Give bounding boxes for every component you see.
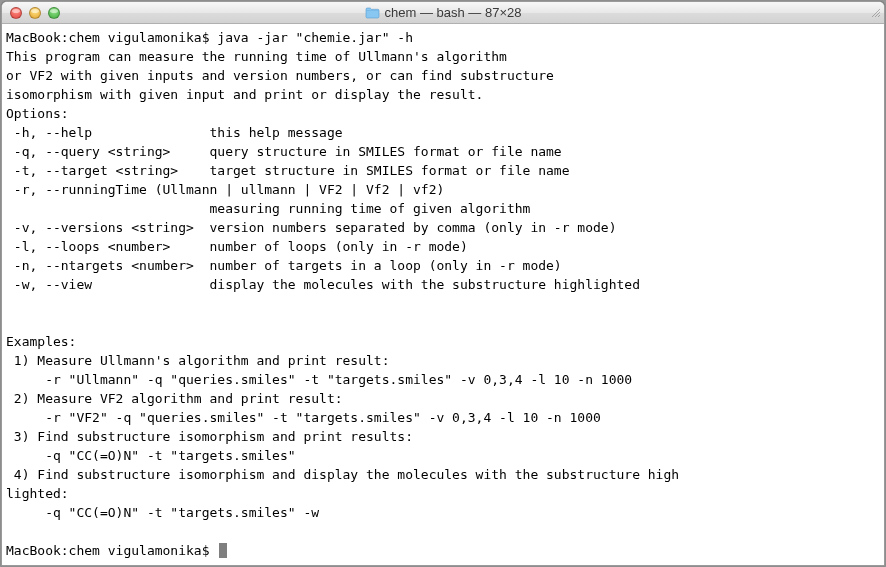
example-line: 4) Find substructure isomorphism and dis… bbox=[6, 465, 880, 484]
option-line: -n, --ntargets <number> number of target… bbox=[6, 256, 880, 275]
intro-line: or VF2 with given inputs and version num… bbox=[6, 66, 880, 85]
terminal-body[interactable]: MacBook:chem vigulamonika$ java -jar "ch… bbox=[2, 24, 884, 565]
resize-hint-icon bbox=[870, 2, 882, 23]
terminal-window: chem — bash — 87×28 MacBook:chem vigulam… bbox=[1, 1, 885, 566]
example-line: -q "CC(=O)N" -t "targets.smiles" -w bbox=[6, 503, 880, 522]
close-button[interactable] bbox=[10, 7, 22, 19]
option-line: -h, --help this help message bbox=[6, 123, 880, 142]
blank-line bbox=[6, 294, 880, 313]
example-line: 1) Measure Ullmann's algorithm and print… bbox=[6, 351, 880, 370]
options-header: Options: bbox=[6, 104, 880, 123]
folder-icon bbox=[365, 7, 380, 19]
option-line: -q, --query <string> query structure in … bbox=[6, 142, 880, 161]
example-line: 2) Measure VF2 algorithm and print resul… bbox=[6, 389, 880, 408]
minimize-button[interactable] bbox=[29, 7, 41, 19]
blank-line bbox=[6, 313, 880, 332]
window-controls bbox=[2, 7, 60, 19]
cursor bbox=[219, 543, 227, 558]
option-line: measuring running time of given algorith… bbox=[6, 199, 880, 218]
option-line: -l, --loops <number> number of loops (on… bbox=[6, 237, 880, 256]
example-line: -r "Ullmann" -q "queries.smiles" -t "tar… bbox=[6, 370, 880, 389]
prompt-line[interactable]: MacBook:chem vigulamonika$ bbox=[6, 541, 880, 560]
title-text: chem — bash — 87×28 bbox=[385, 5, 522, 20]
example-line: 3) Find substructure isomorphism and pri… bbox=[6, 427, 880, 446]
example-line: -r "VF2" -q "queries.smiles" -t "targets… bbox=[6, 408, 880, 427]
intro-line: This program can measure the running tim… bbox=[6, 47, 880, 66]
example-line: lighted: bbox=[6, 484, 880, 503]
prompt-command-line: MacBook:chem vigulamonika$ java -jar "ch… bbox=[6, 28, 880, 47]
examples-header: Examples: bbox=[6, 332, 880, 351]
zoom-button[interactable] bbox=[48, 7, 60, 19]
option-line: -w, --view display the molecules with th… bbox=[6, 275, 880, 294]
intro-line: isomorphism with given input and print o… bbox=[6, 85, 880, 104]
option-line: -t, --target <string> target structure i… bbox=[6, 161, 880, 180]
blank-line bbox=[6, 522, 880, 541]
titlebar[interactable]: chem — bash — 87×28 bbox=[2, 2, 884, 24]
window-title: chem — bash — 87×28 bbox=[2, 5, 884, 20]
option-line: -r, --runningTime (Ullmann | ullmann | V… bbox=[6, 180, 880, 199]
option-line: -v, --versions <string> version numbers … bbox=[6, 218, 880, 237]
example-line: -q "CC(=O)N" -t "targets.smiles" bbox=[6, 446, 880, 465]
